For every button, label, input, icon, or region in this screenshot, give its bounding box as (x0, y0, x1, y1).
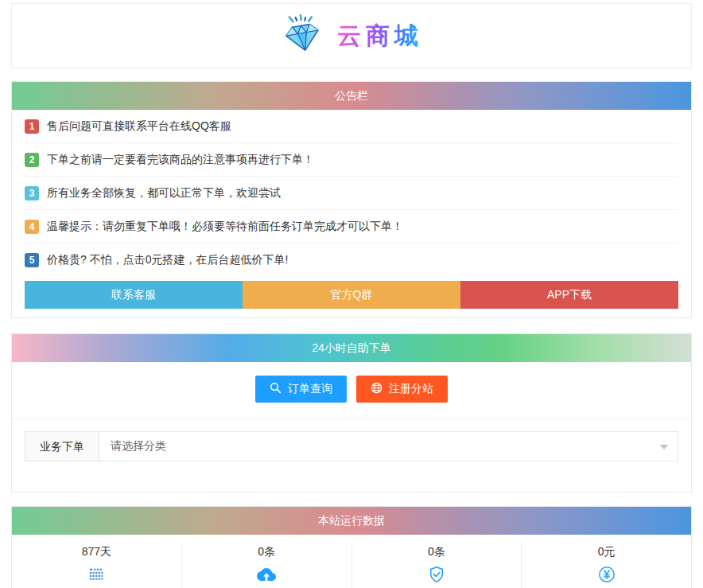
notice-text: 温馨提示：请勿重复下单哦！必须要等待前面任务订单完成才可以下单！ (47, 220, 403, 234)
stat-item-amount: 0元 累计交易金额 (521, 542, 691, 588)
category-select-value: 请选择分类 (111, 439, 166, 454)
yen-circle-icon (522, 565, 691, 584)
site-stats-title: 本站运行数据 (12, 507, 691, 535)
stat-item-days: 877天 本站运营天数 (12, 542, 181, 588)
notice-item: 5 价格贵? 不怕，点击0元搭建，在后台超低价下单! (25, 243, 678, 277)
notice-number-badge: 2 (25, 153, 39, 167)
shield-check-icon (352, 565, 522, 584)
notice-item: 1 售后问题可直接联系平台在线QQ客服 (25, 110, 678, 143)
notice-text: 下单之前请一定要看完该商品的注意事项再进行下单！ (47, 153, 314, 167)
search-icon (270, 382, 282, 396)
site-header: 云商城 (11, 3, 692, 68)
self-order-section: 24小时自助下单 订单查询 (11, 333, 692, 493)
stat-label: 已处理订单数 (352, 584, 522, 588)
notice-number-badge: 1 (25, 119, 39, 134)
app-download-button[interactable]: APP下载 (460, 281, 678, 309)
notice-text: 售后问题可直接联系平台在线QQ客服 (47, 119, 231, 134)
contact-support-button[interactable]: 联系客服 (25, 281, 243, 309)
globe-icon (371, 382, 383, 396)
notice-board-section: 公告栏 1 售后问题可直接联系平台在线QQ客服 2 下单之前请一定要看完该商品的… (11, 81, 692, 318)
self-order-title: 24小时自助下单 (12, 334, 691, 362)
stat-item-orders: 0条 本站订单数量 (181, 542, 352, 588)
stat-value: 0元 (522, 543, 691, 565)
stat-item-processed: 0条 已处理订单数 (352, 542, 522, 588)
stat-value: 877天 (12, 543, 181, 565)
notice-board-buttons: 联系客服 官方Q群 APP下载 (12, 277, 691, 317)
site-title: 云商城 (337, 20, 423, 53)
site-stats-section: 本站运行数据 877天 本站运营天数 (11, 506, 692, 588)
register-substation-label: 注册分站 (389, 382, 433, 396)
calendar-grid-icon (12, 565, 181, 584)
notice-number-badge: 4 (25, 220, 39, 234)
cloud-upload-icon (182, 565, 352, 584)
notice-text: 所有业务全部恢复，都可以正常下单，欢迎尝试 (47, 186, 281, 201)
register-substation-button[interactable]: 注册分站 (356, 376, 448, 403)
stat-label: 本站运营天数 (12, 584, 181, 588)
stats-row: 877天 本站运营天数 0条 (12, 535, 691, 588)
notice-board-title: 公告栏 (12, 82, 691, 110)
notice-item: 4 温馨提示：请勿重复下单哦！必须要等待前面任务订单完成才可以下单！ (25, 210, 678, 243)
order-query-label: 订单查询 (288, 382, 332, 396)
order-form-label: 业务下单 (25, 431, 99, 461)
stat-label: 本站订单数量 (182, 584, 352, 588)
order-form-row: 业务下单 请选择分类 (12, 419, 691, 492)
notice-text: 价格贵? 不怕，点击0元搭建，在后台超低价下单! (47, 253, 288, 267)
order-action-buttons: 订单查询 注册分站 (12, 362, 691, 411)
page: 云商城 公告栏 1 售后问题可直接联系平台在线QQ客服 2 下单之前请一定要看完… (11, 3, 692, 588)
official-qq-group-button[interactable]: 官方Q群 (243, 281, 460, 309)
diamond-logo-icon (280, 14, 326, 57)
notice-item: 3 所有业务全部恢复，都可以正常下单，欢迎尝试 (25, 177, 678, 210)
stat-label: 累计交易金额 (522, 584, 691, 588)
chevron-down-icon (660, 445, 668, 450)
notice-list: 1 售后问题可直接联系平台在线QQ客服 2 下单之前请一定要看完该商品的注意事项… (12, 110, 691, 277)
stat-value: 0条 (352, 543, 522, 565)
category-select[interactable]: 请选择分类 (99, 431, 678, 461)
notice-number-badge: 3 (25, 186, 39, 201)
order-query-button[interactable]: 订单查询 (255, 376, 347, 403)
notice-item: 2 下单之前请一定要看完该商品的注意事项再进行下单！ (25, 143, 678, 177)
notice-number-badge: 5 (25, 253, 39, 267)
stat-value: 0条 (182, 543, 352, 565)
